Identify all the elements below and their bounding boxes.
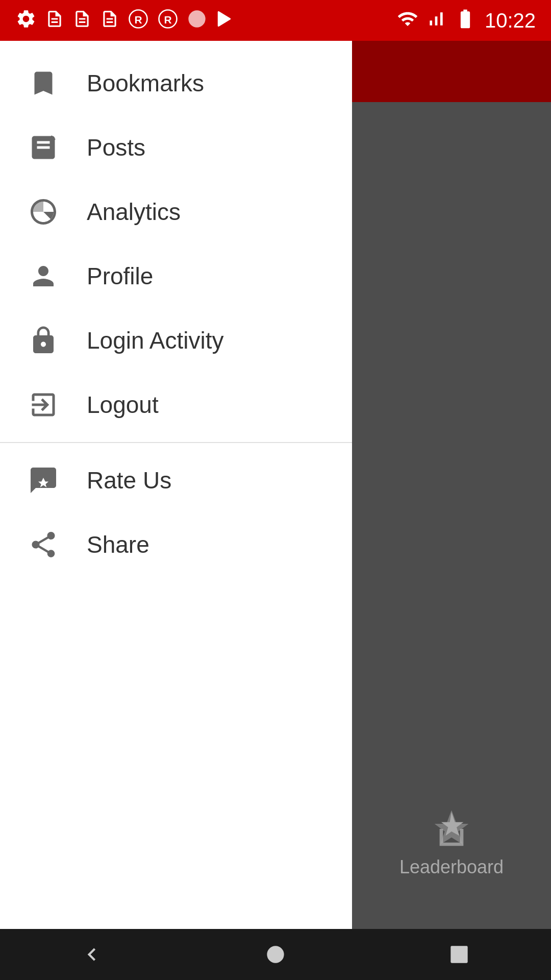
- share-icon: [26, 527, 61, 562]
- document1-icon: [45, 9, 64, 32]
- svg-text:R: R: [134, 14, 142, 26]
- document2-icon: [72, 9, 92, 32]
- settings-icon: [15, 8, 37, 33]
- svg-point-4: [188, 10, 205, 27]
- r-circle-icon1: R: [128, 8, 149, 33]
- logout-label: Logout: [87, 391, 159, 419]
- document3-icon: [100, 9, 119, 32]
- posts-label: Posts: [87, 134, 145, 161]
- analytics-label: Analytics: [87, 198, 181, 226]
- svg-text:R: R: [164, 14, 171, 26]
- posts-icon: [26, 130, 61, 165]
- wifi-icon: [397, 8, 418, 33]
- svg-rect-7: [450, 946, 467, 963]
- profile-icon: [26, 258, 61, 294]
- sidebar-item-posts[interactable]: Posts: [0, 115, 352, 180]
- sidebar-item-share[interactable]: Share: [0, 512, 352, 577]
- menu-divider: [0, 442, 352, 443]
- bookmark-icon: [26, 65, 61, 101]
- battery-icon: [454, 8, 477, 33]
- bottom-navigation-bar: [0, 929, 551, 980]
- sidebar-item-profile[interactable]: Profile: [0, 244, 352, 308]
- recents-button[interactable]: [439, 934, 480, 975]
- status-time: 10:22: [485, 9, 536, 32]
- sidebar-item-logout[interactable]: Logout: [0, 373, 352, 437]
- right-header: [352, 41, 551, 102]
- analytics-icon: [26, 194, 61, 230]
- rate-icon: [26, 462, 61, 498]
- rate-us-label: Rate Us: [87, 467, 171, 494]
- profile-label: Profile: [87, 262, 153, 290]
- overlay-area[interactable]: Leaderboard: [352, 41, 551, 980]
- leaderboard-label: Leaderboard: [399, 856, 504, 878]
- leaderboard-icon: [431, 808, 472, 851]
- status-bar-right: 10:22: [397, 8, 536, 33]
- navigation-drawer: Bookmarks Posts: [0, 41, 352, 980]
- r-circle-icon2: R: [157, 8, 179, 33]
- svg-point-6: [267, 946, 284, 963]
- login-activity-icon: [26, 323, 61, 358]
- logout-icon: [26, 387, 61, 423]
- sidebar-item-analytics[interactable]: Analytics: [0, 180, 352, 244]
- circle-icon: [187, 9, 207, 32]
- main-container: Bookmarks Posts: [0, 41, 551, 980]
- menu-list: Bookmarks Posts: [0, 41, 352, 918]
- leaderboard-section[interactable]: Leaderboard: [352, 808, 551, 878]
- play-store-icon: [215, 9, 235, 32]
- sidebar-item-bookmarks[interactable]: Bookmarks: [0, 51, 352, 115]
- sidebar-item-rate-us[interactable]: Rate Us: [0, 448, 352, 512]
- status-bar-left: R R: [15, 8, 235, 33]
- back-button[interactable]: [71, 934, 112, 975]
- share-label: Share: [87, 531, 149, 558]
- login-activity-label: Login Activity: [87, 327, 223, 354]
- signal-icon: [427, 9, 446, 32]
- bookmarks-label: Bookmarks: [87, 69, 204, 97]
- sidebar-item-login-activity[interactable]: Login Activity: [0, 308, 352, 373]
- status-bar: R R: [0, 0, 551, 41]
- home-button[interactable]: [255, 934, 296, 975]
